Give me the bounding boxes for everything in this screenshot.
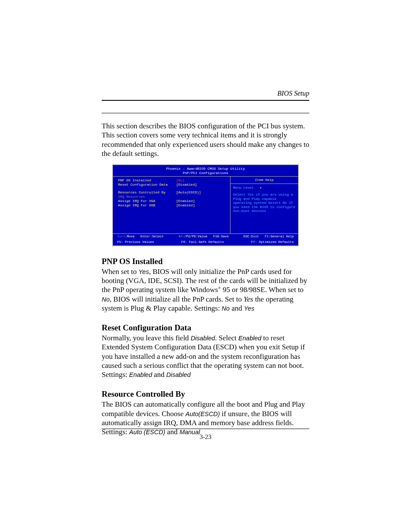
bios-setting-row: IRQ Resources bbox=[118, 195, 227, 199]
bios-settings-panel: PNP OS Installed[No]Reset Configuration … bbox=[113, 177, 230, 233]
bios-setting-row: Reset Configuration Data[Disabled] bbox=[118, 183, 227, 187]
page-number: 3-23 bbox=[0, 433, 411, 441]
bios-title: Phoenix - AwardBIOS CMOS Setup Utility P… bbox=[113, 165, 298, 176]
intro-paragraph: This section describes the BIOS configur… bbox=[102, 121, 309, 158]
bios-footer: F5: Previous Values F6: Fail-Safe Defaul… bbox=[113, 240, 298, 245]
bios-setting-row: Resources Controlled By[Auto(ESCD)] bbox=[118, 190, 227, 195]
bios-setting-row: Assign IRQ For VGA[Enabled] bbox=[118, 199, 227, 203]
paragraph-resource-controlled: The BIOS can automatically configure all… bbox=[102, 400, 309, 436]
divider bbox=[102, 429, 309, 429]
paragraph-reset-config: Normally, you leave this field Disabled.… bbox=[102, 333, 309, 379]
heading-resource-controlled: Resource Controlled By bbox=[102, 389, 309, 399]
divider bbox=[102, 113, 309, 113]
bios-footer: ↑↓←→:Move Enter:Select +/-/PU/PD:Value F… bbox=[113, 233, 298, 240]
bios-item-help-panel: Item Help Menu Level ▸ Select Yes if you… bbox=[230, 177, 298, 233]
bios-setting-row: PNP OS Installed[No] bbox=[118, 178, 227, 183]
bios-setting-row: Assign IRQ For USB[Enabled] bbox=[118, 203, 227, 208]
menu-level: Menu Level ▸ bbox=[233, 186, 296, 190]
heading-pnp-os: PNP OS Installed bbox=[102, 257, 309, 266]
heading-reset-config: Reset Configuration Data bbox=[102, 323, 309, 333]
arrow-icon: ▸ bbox=[260, 186, 262, 190]
help-text: Select Yes if you are using a Plug and P… bbox=[233, 193, 296, 213]
header-label: BIOS Setup bbox=[277, 90, 309, 97]
paragraph-pnp-os: When set to Yes, BIOS will only initiali… bbox=[102, 267, 309, 313]
divider bbox=[102, 100, 309, 101]
item-help-header: Item Help bbox=[230, 177, 298, 184]
bios-screenshot: Phoenix - AwardBIOS CMOS Setup Utility P… bbox=[112, 164, 299, 246]
